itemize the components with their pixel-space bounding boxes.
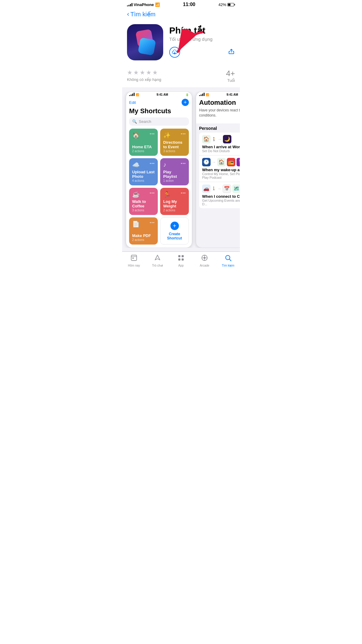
create-plus-icon: + (170, 222, 179, 230)
tab-arcade[interactable]: Arcade (193, 254, 216, 267)
star-4: ★ (146, 69, 151, 76)
sp-wifi-icon: 📶 (136, 93, 139, 96)
coffee-icon: ☕ (132, 191, 140, 198)
automation-subtitle: Have your devices react to conditions. (196, 108, 240, 121)
arrow-icon: → (217, 186, 221, 191)
tab-label-today: Hôm nay (128, 264, 140, 267)
star-rating: ★ ★ ★ ★ ★ (127, 69, 161, 76)
ap-signal-icon (199, 93, 205, 96)
app-info-section: Phím tắt Tối ưu hóa ứng dụng (122, 21, 240, 65)
automation-item-work[interactable]: 🏠 🚶 → 🌙 When I arrive at Work Set Do Not… (199, 133, 240, 155)
signal-icon (127, 3, 132, 6)
automation-title-2: When my wake-up alarm (202, 168, 240, 172)
shortcut-actions: 2 actions (132, 149, 155, 153)
today-icon (130, 254, 138, 263)
wifi-icon: 📶 (155, 2, 160, 7)
shortcuts-screen-header: Edit + (126, 97, 192, 107)
tab-search[interactable]: Tìm kiếm (216, 254, 240, 267)
nav-header: ‹ Tìm kiếm (122, 8, 240, 21)
create-label: Create Shortcut (164, 232, 186, 240)
shortcut-more-icon[interactable]: ••• (181, 161, 186, 166)
games-icon (154, 254, 161, 263)
star-1: ★ (127, 69, 132, 76)
tab-app[interactable]: App (169, 254, 193, 267)
automation-title-1: When I arrive at Work (202, 145, 240, 149)
status-right: 42% (218, 2, 235, 7)
app-text-info: Phím tắt Tối ưu hóa ứng dụng (169, 24, 235, 60)
calendar-icon: 📅 (223, 184, 231, 193)
age-label: Tuổi (226, 78, 235, 83)
age-value: 4+ (226, 69, 235, 78)
shortcut-name: Log My Weight (163, 199, 186, 208)
shortcut-name: Home ETA (132, 145, 155, 149)
shortcut-card-playlist[interactable]: ♪ ••• Play Playlist 1 action (160, 158, 189, 185)
app-actions (169, 47, 235, 58)
back-button[interactable]: ‹ Tìm kiếm (127, 10, 235, 18)
shortcut-s-bottom (138, 37, 156, 56)
shortcut-actions: 2 actions (163, 209, 186, 212)
rating-label: Không có xếp hạng (127, 77, 161, 82)
shortcut-more-icon[interactable]: ••• (150, 220, 155, 225)
shortcut-actions: 3 actions (163, 149, 186, 153)
shortcut-card-coffee[interactable]: ☕ ••• Walk to Coffee 3 actions (129, 188, 158, 215)
shortcut-actions: 1 action (163, 179, 186, 182)
add-shortcut-button[interactable]: + (182, 99, 189, 106)
share-button[interactable] (228, 48, 235, 57)
search-placeholder: Search (139, 119, 151, 124)
shortcut-card-directions[interactable]: ✨ ••• Directions to Event 3 actions (160, 129, 189, 156)
shortcut-more-icon[interactable]: ••• (150, 132, 155, 136)
star-2: ★ (133, 69, 139, 76)
home-icon: 🏠 (217, 158, 226, 166)
sp-status-right: 🔋 (186, 93, 189, 96)
edit-button[interactable]: Edit (129, 100, 136, 105)
svg-rect-7 (182, 255, 184, 257)
app-icon (127, 24, 163, 60)
car-icon: 🚗 (202, 184, 211, 193)
automation-desc-2: Control My Home, Set Playback D... Play … (202, 172, 240, 179)
automation-item-carplay[interactable]: 🚗 🚶 → 📅 🗺️ When I connect to CarPla... G… (199, 182, 240, 208)
svg-rect-3 (131, 255, 137, 261)
sp-signal-icon (129, 93, 135, 96)
home-icon: 🏠 (132, 132, 140, 139)
shortcut-name: Walk to Coffee (132, 199, 155, 208)
shortcut-more-icon[interactable]: ••• (150, 161, 155, 166)
automation-list: 🏠 🚶 → 🌙 When I arrive at Work Set Do Not… (199, 133, 240, 208)
app-subtitle: Tối ưu hóa ứng dụng (169, 37, 235, 42)
tab-bar: Hôm nay Trò chơi App Arcade Tìm kiếm (122, 252, 240, 268)
shortcut-card-home-eta[interactable]: 🏠 ••• Home ETA 2 actions (129, 129, 158, 156)
shortcut-card-upload[interactable]: ☁️ ••• Upload Last Photo 4 actions (129, 158, 158, 185)
status-time: 11:00 (183, 2, 195, 7)
automation-title: Automation (196, 97, 240, 108)
svg-point-11 (204, 257, 205, 259)
sp-status-left: 📶 (129, 93, 139, 96)
download-button[interactable] (169, 47, 180, 58)
personal-label: Personal (196, 123, 240, 133)
shortcut-actions: 4 actions (132, 179, 155, 182)
arcade-icon (201, 254, 208, 263)
svg-rect-6 (178, 255, 180, 257)
clock-icon: 🕐 (202, 158, 211, 166)
ap-time: 9:41 AM (227, 93, 238, 96)
app-name: Phím tắt (169, 25, 235, 35)
automation-item-alarm[interactable]: 🕐 → 🏠 📻 🎙️ When my wake-up alarm Control… (199, 155, 240, 182)
tab-label-app: App (178, 264, 184, 267)
automation-item-icons: 🚗 🚶 → 📅 🗺️ (202, 184, 240, 193)
screenshots-area: 📶 9:41 AM 🔋 Edit + My Shortcuts 🔍 Search (122, 88, 240, 252)
tab-hom-nay[interactable]: Hôm nay (122, 254, 146, 267)
tab-games[interactable]: Trò chơi (146, 254, 169, 267)
shortcut-card-weight[interactable]: 🏃 ••• Log My Weight 2 actions (160, 188, 189, 215)
person-icon: 🚶 (212, 137, 216, 141)
search-bar[interactable]: 🔍 Search (129, 117, 189, 126)
status-bar: VinaPhone 📶 11:00 42% (122, 0, 240, 8)
shortcut-more-icon[interactable]: ••• (150, 191, 155, 195)
create-shortcut-card[interactable]: + Create Shortcut (160, 217, 189, 245)
share-icon (228, 48, 235, 55)
shortcut-more-icon[interactable]: ••• (181, 132, 186, 136)
tab-label-arcade: Arcade (200, 264, 209, 267)
cloud-download-icon (172, 49, 178, 55)
ratings-section: ★ ★ ★ ★ ★ Không có xếp hạng 4+ Tuổi (122, 65, 240, 88)
cloud-icon: ☁️ (132, 161, 140, 168)
automation-desc-1: Set Do Not Disturb (202, 149, 240, 153)
shortcut-more-icon[interactable]: ••• (181, 191, 186, 195)
shortcut-card-pdf[interactable]: 📄 ••• Make PDF 2 actions (129, 217, 158, 245)
